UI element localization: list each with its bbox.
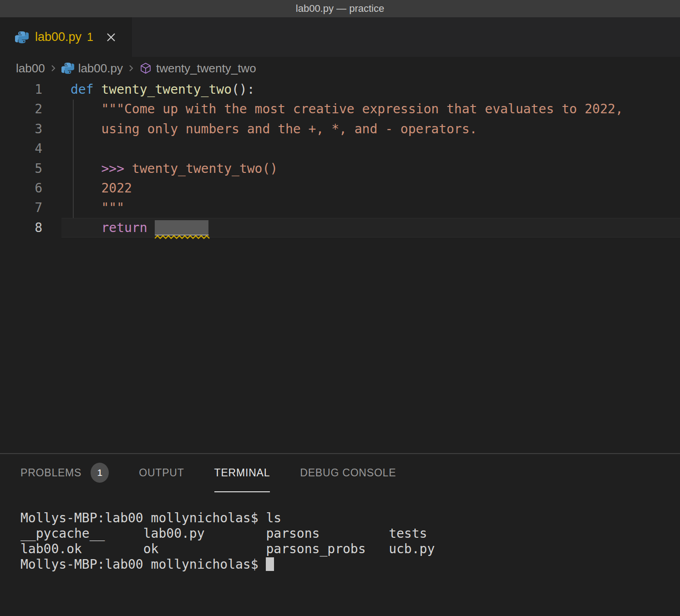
code-line-5: 5 >>> twenty_twenty_two() [0, 159, 680, 178]
breadcrumb-item-folder[interactable]: lab00 [16, 61, 45, 76]
line-number: 4 [0, 139, 61, 158]
code-line-2: 2 """Come up with the most creative expr… [0, 99, 680, 119]
space [147, 220, 155, 235]
symbol-cube-icon [139, 62, 152, 75]
indent [71, 220, 101, 235]
title-bar: lab00.py — practice [0, 0, 680, 17]
code-editor[interactable]: 1 def twenty_twenty_two(): 2 """Come up … [0, 80, 680, 453]
terminal-line: __pycache__ lab00.py parsons tests [20, 526, 680, 541]
line-number: 1 [0, 80, 61, 99]
keyword-return: return [101, 220, 147, 235]
tab-file-name: lab00.py [35, 30, 81, 44]
docstring-text: twenty_twenty_two() [124, 161, 278, 176]
line-number: 2 [0, 99, 61, 119]
terminal-prompt-line: Mollys-MBP:lab00 mollynicholas$ [20, 557, 680, 572]
code-line-7: 7 """ [0, 198, 680, 217]
tab-problem-count: 1 [87, 30, 93, 44]
python-icon [61, 62, 74, 75]
panel-tab-label: TERMINAL [214, 467, 270, 479]
editor-tab-strip: lab00.py 1 [0, 17, 680, 57]
breadcrumb: lab00 lab00.py twenty_twenty_two [0, 57, 680, 80]
terminal-line: Mollys-MBP:lab00 mollynicholas$ ls [20, 510, 680, 526]
panel-tab-output[interactable]: OUTPUT [139, 454, 184, 492]
line-number: 7 [0, 198, 61, 217]
doctest-prompt: >>> [101, 161, 124, 176]
line-number-active: 8 [0, 218, 61, 237]
code-line-4: 4 [0, 139, 680, 158]
code-line-6: 6 2022 [0, 178, 680, 198]
keyword-def: def [71, 82, 101, 97]
chevron-right-icon [50, 62, 57, 74]
docstring-text: 2022 [71, 181, 132, 196]
panel-tab-problems[interactable]: PROBLEMS 1 [20, 454, 109, 492]
line-number: 5 [0, 159, 61, 178]
terminal[interactable]: Mollys-MBP:lab00 mollynicholas$ ls __pyc… [0, 492, 680, 572]
tab-close-icon[interactable] [104, 30, 118, 44]
python-icon [15, 30, 29, 44]
terminal-line: lab00.ok ok parsons_probs ucb.py [20, 541, 680, 557]
function-name: twenty_twenty_two [101, 82, 232, 97]
blank-placeholder-selected: _______ [155, 220, 208, 235]
docstring-text: using only numbers and the +, *, and - o… [71, 121, 477, 136]
panel-tab-label: OUTPUT [139, 467, 184, 479]
window-title: lab00.py — practice [296, 3, 384, 15]
problems-count-badge: 1 [91, 463, 109, 483]
terminal-cursor [266, 557, 274, 571]
code-line-8: 8 return _______ [0, 218, 680, 237]
breadcrumb-item-file[interactable]: lab00.py [78, 61, 123, 76]
punctuation: (): [232, 82, 255, 97]
breadcrumb-item-symbol[interactable]: twenty_twenty_two [156, 61, 256, 76]
indent [71, 161, 101, 176]
docstring-close: """ [71, 200, 124, 215]
panel-tab-terminal[interactable]: TERMINAL [214, 454, 270, 492]
panel-tab-label: DEBUG CONSOLE [300, 467, 396, 479]
panel-tab-label: PROBLEMS [20, 467, 81, 479]
line-number: 3 [0, 119, 61, 139]
docstring-text: """Come up with the most creative expres… [71, 101, 623, 116]
code-line-3: 3 using only numbers and the +, *, and -… [0, 119, 680, 139]
panel-tab-debug-console[interactable]: DEBUG CONSOLE [300, 454, 396, 492]
chevron-right-icon [127, 62, 135, 74]
warning-squiggle [155, 235, 210, 239]
terminal-prompt: Mollys-MBP:lab00 mollynicholas$ [20, 557, 266, 572]
bottom-panel: PROBLEMS 1 OUTPUT TERMINAL DEBUG CONSOLE… [0, 453, 680, 616]
editor-tab-lab00[interactable]: lab00.py 1 [0, 17, 132, 57]
panel-tab-bar: PROBLEMS 1 OUTPUT TERMINAL DEBUG CONSOLE [0, 454, 680, 492]
line-number: 6 [0, 178, 61, 198]
code-line-1: 1 def twenty_twenty_two(): [0, 80, 680, 99]
